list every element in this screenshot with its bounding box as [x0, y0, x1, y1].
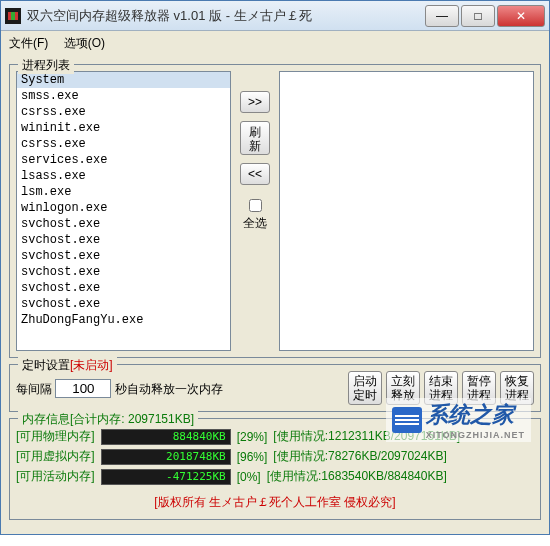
minimize-button[interactable]: —	[425, 5, 459, 27]
menu-options[interactable]: 选项(O)	[64, 35, 105, 52]
mem-percent: [96%]	[237, 450, 268, 464]
mem-value-bar: 2018748KB	[101, 449, 231, 465]
memory-row: [可用活动内存]-471225KB[0%][使用情况:1683540KB/884…	[16, 468, 534, 485]
mem-label: [可用活动内存]	[16, 468, 95, 485]
process-item[interactable]: winlogon.exe	[17, 200, 230, 216]
mem-usage: [使用情况:78276KB/2097024KB]	[273, 448, 446, 465]
mem-percent: [29%]	[237, 430, 268, 444]
process-item[interactable]: smss.exe	[17, 88, 230, 104]
memory-row: [可用虚拟内存]2018748KB[96%][使用情况:78276KB/2097…	[16, 448, 534, 465]
process-listbox[interactable]: Systemsmss.execsrss.exewininit.execsrss.…	[16, 71, 231, 351]
maximize-button[interactable]: □	[461, 5, 495, 27]
client-area: 进程列表 Systemsmss.execsrss.exewininit.exec…	[1, 56, 549, 534]
process-item[interactable]: System	[17, 72, 230, 88]
process-item[interactable]: wininit.exe	[17, 120, 230, 136]
interval-suffix: 秒自动释放一次内存	[115, 382, 223, 396]
refresh-button[interactable]: 刷 新	[240, 121, 270, 155]
app-icon	[5, 8, 21, 24]
window-controls: — □ ✕	[425, 5, 545, 27]
release-now-button[interactable]: 立刻 释放	[386, 371, 420, 405]
process-item[interactable]: svchost.exe	[17, 280, 230, 296]
memory-row: [可用物理内存]884840KB[29%][使用情况:1212311KB/209…	[16, 428, 534, 445]
select-all-label: 全选	[243, 216, 267, 230]
copyright-text: [版权所有 生メ古户￡死个人工作室 侵权必究]	[16, 488, 534, 513]
window-title: 双六空间内存超级释放器 v1.01 版 - 生メ古户￡死	[27, 7, 425, 25]
mem-percent: [0%]	[237, 470, 261, 484]
interval-prefix: 每间隔	[16, 382, 52, 396]
move-left-button[interactable]: <<	[240, 163, 270, 185]
memory-fieldset: 内存信息[合计内存: 2097151KB] [可用物理内存]884840KB[2…	[9, 418, 541, 520]
selected-listbox[interactable]	[279, 71, 534, 351]
resume-process-button[interactable]: 恢复 进程	[500, 371, 534, 405]
mem-label: [可用虚拟内存]	[16, 448, 95, 465]
process-item[interactable]: svchost.exe	[17, 216, 230, 232]
move-right-button[interactable]: >>	[240, 91, 270, 113]
mem-label: [可用物理内存]	[16, 428, 95, 445]
titlebar[interactable]: 双六空间内存超级释放器 v1.01 版 - 生メ古户￡死 — □ ✕	[1, 1, 549, 31]
start-timer-button[interactable]: 启动 定时	[348, 371, 382, 405]
mem-value-bar: -471225KB	[101, 469, 231, 485]
interval-input[interactable]	[55, 379, 111, 398]
pause-process-button[interactable]: 暂停 进程	[462, 371, 496, 405]
mem-usage: [使用情况:1683540KB/884840KB]	[267, 468, 447, 485]
mem-usage: [使用情况:1212311KB/2097151KB]	[273, 428, 460, 445]
timer-legend: 定时设置[未启动]	[18, 357, 117, 374]
process-fieldset: 进程列表 Systemsmss.execsrss.exewininit.exec…	[9, 64, 541, 358]
end-process-button[interactable]: 结束 进程	[424, 371, 458, 405]
list-controls: >> 刷 新 << 全选	[237, 71, 273, 351]
menu-file[interactable]: 文件(F)	[9, 35, 48, 52]
process-item[interactable]: svchost.exe	[17, 248, 230, 264]
mem-value-bar: 884840KB	[101, 429, 231, 445]
process-item[interactable]: svchost.exe	[17, 264, 230, 280]
process-item[interactable]: csrss.exe	[17, 104, 230, 120]
timer-fieldset: 定时设置[未启动] 每间隔 秒自动释放一次内存 启动 定时 立刻 释放 结束 进…	[9, 364, 541, 412]
close-button[interactable]: ✕	[497, 5, 545, 27]
process-item[interactable]: lsm.exe	[17, 184, 230, 200]
process-legend: 进程列表	[18, 57, 74, 74]
process-item[interactable]: lsass.exe	[17, 168, 230, 184]
app-window: 双六空间内存超级释放器 v1.01 版 - 生メ古户￡死 — □ ✕ 文件(F)…	[0, 0, 550, 535]
process-item[interactable]: csrss.exe	[17, 136, 230, 152]
memory-legend: 内存信息[合计内存: 2097151KB]	[18, 411, 198, 428]
process-item[interactable]: svchost.exe	[17, 232, 230, 248]
menubar: 文件(F) 选项(O)	[1, 31, 549, 56]
select-all-checkbox[interactable]	[249, 199, 262, 212]
process-item[interactable]: svchost.exe	[17, 296, 230, 312]
process-item[interactable]: ZhuDongFangYu.exe	[17, 312, 230, 328]
process-item[interactable]: services.exe	[17, 152, 230, 168]
